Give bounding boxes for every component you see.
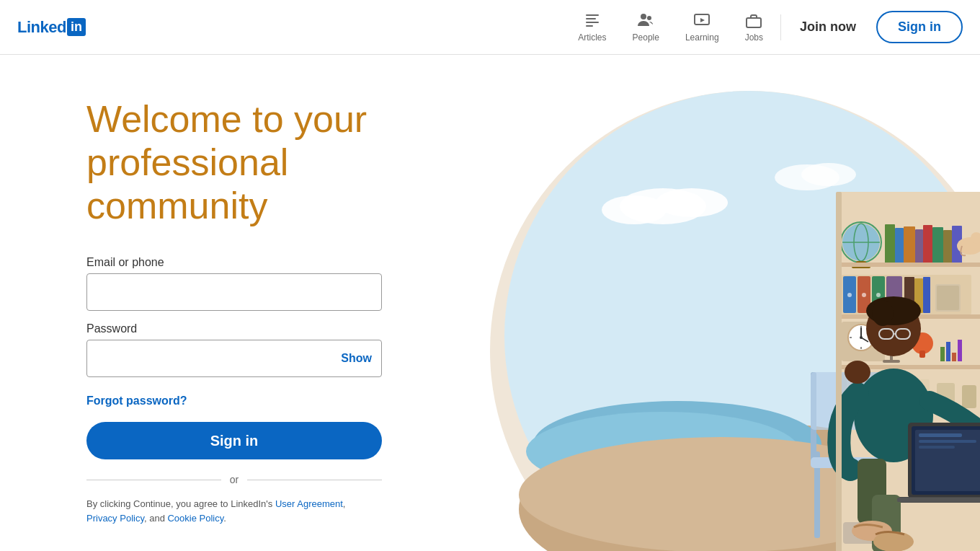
legal-text: By clicking Continue, you agree to Linke…	[86, 497, 382, 525]
svg-rect-36	[836, 263, 980, 267]
privacy-policy-link[interactable]: Privacy Policy	[86, 513, 144, 524]
logo-area: Linkedin	[17, 18, 86, 37]
svg-rect-2	[586, 22, 599, 23]
password-input[interactable]	[86, 340, 382, 377]
or-line-left	[86, 480, 221, 480]
svg-rect-107	[897, 498, 980, 502]
svg-point-104	[873, 532, 914, 551]
cookie-policy-link[interactable]: Cookie Policy	[167, 513, 223, 524]
header: Linkedin Articles People Learning	[0, 0, 980, 55]
password-wrapper: Show	[86, 340, 382, 377]
svg-rect-71	[958, 340, 962, 361]
jobs-icon	[745, 12, 762, 31]
svg-rect-77	[962, 385, 976, 408]
illustration-container: ✕	[447, 62, 980, 551]
svg-rect-51	[937, 286, 959, 310]
svg-rect-99	[919, 446, 955, 449]
main-content: Welcome to your professional community E…	[0, 55, 980, 551]
nav-actions: Join now Sign in	[788, 11, 963, 43]
svg-marker-7	[700, 18, 705, 22]
svg-rect-69	[946, 342, 950, 361]
svg-rect-70	[952, 353, 956, 361]
svg-rect-98	[919, 440, 976, 443]
nav-divider	[780, 14, 781, 40]
svg-rect-96	[915, 430, 980, 491]
svg-rect-28	[885, 224, 895, 264]
svg-point-46	[876, 293, 881, 297]
svg-rect-33	[932, 227, 943, 264]
left-panel: Welcome to your professional community E…	[0, 55, 447, 551]
password-label: Password	[86, 322, 447, 335]
svg-rect-49	[923, 277, 930, 313]
sign-in-button-header[interactable]: Sign in	[876, 11, 963, 43]
svg-point-44	[847, 293, 852, 297]
svg-point-5	[647, 16, 651, 20]
svg-rect-32	[923, 225, 932, 264]
scene-svg: ✕	[447, 62, 980, 551]
svg-rect-67	[919, 351, 925, 358]
svg-point-92	[845, 361, 870, 384]
svg-point-4	[641, 14, 646, 19]
sign-in-main-button[interactable]: Sign in	[86, 422, 382, 459]
or-text: or	[230, 474, 239, 485]
email-label: Email or phone	[86, 256, 447, 269]
headline: Welcome to your professional community	[86, 98, 447, 227]
nav-label-jobs: Jobs	[745, 32, 763, 43]
svg-rect-3	[586, 25, 593, 27]
learning-icon	[693, 12, 710, 31]
legal-comma: ,	[343, 498, 346, 509]
nav-item-jobs[interactable]: Jobs	[735, 6, 773, 48]
svg-rect-97	[919, 433, 962, 437]
main-nav: Articles People Learning Jobs	[568, 6, 773, 48]
user-agreement-link[interactable]: User Agreement	[275, 498, 343, 509]
legal-intro: By clicking Continue, you agree to Linke…	[86, 498, 275, 509]
show-password-button[interactable]: Show	[341, 352, 372, 365]
linkedin-logo[interactable]: Linkedin	[17, 18, 86, 37]
email-input[interactable]	[86, 273, 382, 311]
join-now-button[interactable]: Join now	[788, 14, 868, 40]
forgot-password-link[interactable]: Forgot password?	[86, 394, 187, 407]
email-group: Email or phone	[86, 256, 447, 311]
hero-illustration: ✕	[447, 55, 980, 551]
svg-rect-29	[895, 228, 904, 264]
svg-rect-68	[940, 347, 945, 361]
nav-label-learning: Learning	[685, 32, 719, 43]
articles-icon	[584, 12, 601, 31]
nav-item-articles[interactable]: Articles	[568, 6, 616, 48]
people-icon	[637, 12, 654, 31]
svg-rect-0	[586, 14, 599, 16]
nav-item-people[interactable]: People	[623, 6, 669, 48]
svg-rect-105	[836, 192, 842, 551]
svg-rect-1	[586, 18, 596, 19]
nav-item-learning[interactable]: Learning	[675, 6, 729, 48]
logo-text: Linked	[17, 18, 66, 37]
svg-rect-8	[747, 18, 761, 27]
svg-point-45	[862, 293, 866, 297]
legal-and: , and	[144, 513, 168, 524]
svg-point-57	[860, 336, 863, 339]
svg-rect-63	[883, 360, 900, 363]
logo-box: in	[67, 18, 86, 36]
svg-rect-30	[904, 226, 915, 264]
or-line-right	[247, 480, 382, 480]
svg-point-87	[872, 300, 894, 326]
svg-point-16	[801, 163, 856, 186]
svg-point-14	[602, 195, 667, 224]
password-group: Password Show	[86, 322, 447, 377]
legal-end: .	[223, 513, 226, 524]
or-divider: or	[86, 474, 382, 485]
svg-rect-31	[915, 229, 923, 264]
nav-label-people: People	[633, 32, 659, 43]
nav-label-articles: Articles	[578, 32, 606, 43]
svg-rect-34	[943, 230, 952, 264]
svg-point-13	[656, 188, 728, 217]
